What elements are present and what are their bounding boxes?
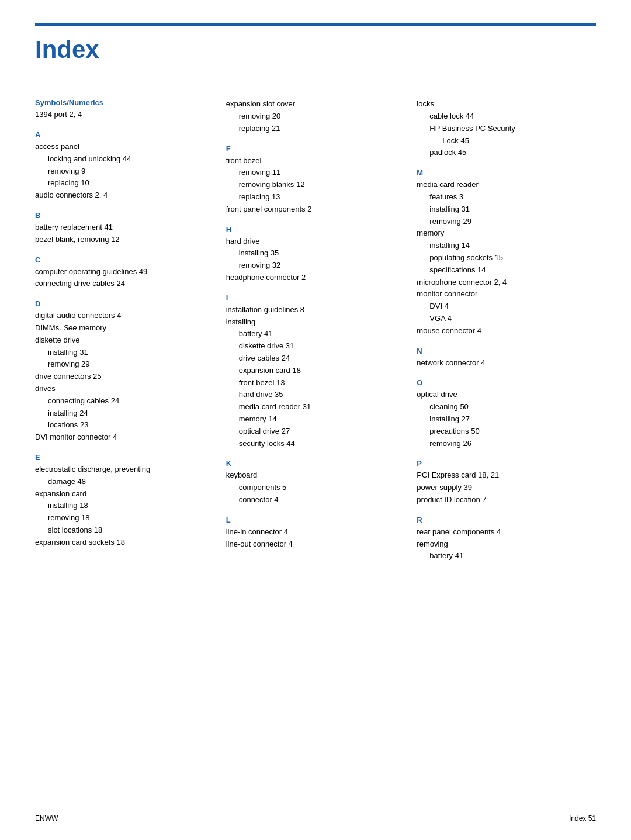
index-entry: slot locations 18: [35, 524, 214, 537]
entry-text: removing 9: [35, 165, 214, 178]
index-entry: computer operating guidelines 49: [35, 266, 214, 278]
entry-text: padlock 45: [417, 147, 596, 159]
section-letter: K: [226, 459, 405, 468]
index-entry: cable lock 44: [417, 110, 596, 123]
index-entry: front panel components 2: [226, 203, 405, 216]
entry-text: battery 41: [226, 328, 405, 340]
index-entry: connector 4: [226, 494, 405, 506]
entry-text: removing 29: [35, 358, 214, 371]
entry-text: line-out connector 4: [226, 538, 405, 551]
entry-text: security locks 44: [226, 438, 405, 450]
entry-text: memory: [417, 227, 596, 240]
entry-text: installing: [226, 316, 405, 329]
entry-text: removing 20: [226, 110, 405, 123]
index-entry: media card reader: [417, 179, 596, 191]
section-letter: M: [417, 168, 596, 177]
index-entry: precautions 50: [417, 426, 596, 438]
entry-text: diskette drive: [35, 334, 214, 347]
entry-text: monitor connector: [417, 288, 596, 300]
index-entry: digital audio connectors 4: [35, 310, 214, 322]
entry-text: locations 23: [35, 419, 214, 431]
index-entry: installing 31: [417, 203, 596, 216]
index-entry: removing 11: [226, 167, 405, 179]
entry-text: removing 29: [417, 216, 596, 228]
entry-text: computer operating guidelines 49: [35, 266, 214, 278]
index-entry: product ID location 7: [417, 494, 596, 506]
entry-text: media card reader 31: [226, 401, 405, 413]
entry-text: network connector 4: [417, 357, 596, 369]
entry-text: connecting drive cables 24: [35, 278, 214, 290]
section-letter: O: [417, 378, 596, 387]
section-3-3: Nnetwork connector 4: [417, 347, 596, 369]
entry-text: PCI Express card 18, 21: [417, 469, 596, 482]
section-1-6: Eelectrostatic discharge, preventingdama…: [35, 453, 214, 549]
column-2: expansion slot coverremoving 20replacing…: [226, 98, 417, 572]
index-entry: DIMMs. See memory: [35, 322, 214, 334]
entry-text: drive cables 24: [226, 352, 405, 365]
index-entry: access panel: [35, 141, 214, 153]
index-entry: removing: [417, 538, 596, 551]
entry-text: expansion card 18: [226, 365, 405, 377]
index-entry: keyboard: [226, 469, 405, 482]
page: Index Symbols/Numerics1394 port 2, 4Aacc…: [0, 0, 631, 840]
index-entry: line-in connector 4: [226, 526, 405, 538]
entry-text: removing 32: [226, 260, 405, 272]
entry-text: memory 14: [226, 413, 405, 426]
index-entry: installing 35: [226, 247, 405, 260]
index-entry: features 3: [417, 191, 596, 203]
index-entry: locks: [417, 98, 596, 110]
entry-text: removing 11: [226, 167, 405, 179]
entry-text: locking and unlocking 44: [35, 153, 214, 165]
entry-text: DVI monitor connector 4: [35, 431, 214, 444]
index-entry: installing 31: [35, 347, 214, 359]
index-entry: front bezel: [226, 155, 405, 167]
section-1-1: Symbols/Numerics1394 port 2, 4: [35, 98, 214, 121]
index-entry: PCI Express card 18, 21: [417, 469, 596, 482]
section-2-1: expansion slot coverremoving 20replacing…: [226, 98, 405, 134]
index-entry: installing 14: [417, 240, 596, 252]
entry-text: line-in connector 4: [226, 526, 405, 538]
section-1-5: Ddigital audio connectors 4DIMMs. See me…: [35, 299, 214, 444]
entry-text: front bezel 13: [226, 377, 405, 389]
entry-text: cable lock 44: [417, 110, 596, 123]
section-letter: F: [226, 144, 405, 153]
entry-text: slot locations 18: [35, 524, 214, 537]
entry-text: microphone connector 2, 4: [417, 276, 596, 289]
section-letter: P: [417, 459, 596, 468]
entry-text: Lock 45: [417, 135, 596, 147]
index-entry: drives: [35, 383, 214, 395]
index-entry: expansion card sockets 18: [35, 537, 214, 549]
index-entry: cleaning 50: [417, 401, 596, 413]
section-letter: H: [226, 225, 405, 234]
section-letter: B: [35, 211, 214, 220]
index-entry: monitor connector: [417, 288, 596, 300]
index-entry: installing 27: [417, 413, 596, 426]
index-entry: memory 14: [226, 413, 405, 426]
index-entry: hard drive: [226, 236, 405, 248]
index-entry: installing 18: [35, 500, 214, 512]
index-entry: padlock 45: [417, 147, 596, 159]
entry-text: hard drive: [226, 236, 405, 248]
entry-text: features 3: [417, 191, 596, 203]
index-entry: memory: [417, 227, 596, 240]
section-letter: L: [226, 516, 405, 524]
entry-text: removing blanks 12: [226, 179, 405, 191]
entry-text: optical drive 27: [226, 426, 405, 438]
content-area: Symbols/Numerics1394 port 2, 4Aaccess pa…: [35, 98, 596, 572]
section-1-2: Aaccess panellocking and unlocking 44rem…: [35, 130, 214, 202]
section-2-3: Hhard driveinstalling 35removing 32headp…: [226, 225, 405, 284]
entry-text: access panel: [35, 141, 214, 153]
index-entry: front bezel 13: [226, 377, 405, 389]
index-entry: diskette drive 31: [226, 340, 405, 352]
entry-text: components 5: [226, 482, 405, 494]
index-entry: replacing 21: [226, 123, 405, 135]
index-entry: DVI 4: [417, 300, 596, 313]
entry-text: populating sockets 15: [417, 252, 596, 264]
section-1-3: Bbattery replacement 41bezel blank, remo…: [35, 211, 214, 246]
entry-text: VGA 4: [417, 313, 596, 325]
section-letter: E: [35, 453, 214, 462]
index-entry: battery 41: [417, 550, 596, 562]
section-2-2: Ffront bezelremoving 11removing blanks 1…: [226, 144, 405, 216]
index-entry: mouse connector 4: [417, 325, 596, 337]
entry-text: power supply 39: [417, 482, 596, 494]
